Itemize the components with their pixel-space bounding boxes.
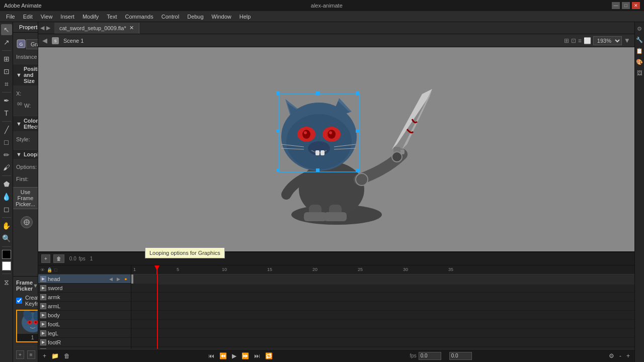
menu-text[interactable]: Text [103,13,121,21]
ri-btn-5[interactable]: 🖼 [635,68,644,77]
subselection-tool[interactable]: ↗ [1,37,12,48]
stroke-color-swatch[interactable] [2,250,11,259]
transform-btn[interactable]: ⊡ [571,37,576,44]
menu-file[interactable]: File [2,13,19,21]
tl-loop-btn[interactable]: 🔁 [264,351,274,360]
menu-window[interactable]: Window [208,13,235,21]
delete-layer-btn[interactable]: 🗑 [53,254,64,263]
layer-footL[interactable]: ▶ footL [38,320,131,329]
footR-layer-name: footR [48,339,129,345]
layer-body[interactable]: ▶ body [38,311,131,320]
use-frame-picker-button[interactable]: Use Frame Picker... [13,187,38,209]
minimize-button[interactable]: — [612,2,620,9]
layer-legL[interactable]: ▶ legL [38,329,131,338]
menu-edit[interactable]: Edit [19,13,37,21]
color-effect-section-header[interactable]: ▼ Color Effect [13,116,38,131]
head-layer-icon: ▶ [40,276,46,282]
menu-insert[interactable]: Insert [56,13,78,21]
tl-delete-btn[interactable]: 🗑 [62,351,71,360]
pen-tool[interactable]: ✒ [1,95,12,106]
fps-input[interactable] [419,352,441,360]
frame-picker-collapse[interactable]: ▼ [33,283,38,289]
frame-row-footL [131,320,634,329]
filter-icon[interactable] [21,216,33,228]
menu-bar: File Edit View Insert Modify Text Comman… [0,11,644,22]
svg-rect-58 [316,168,319,172]
head-layer-controls: ◀ ▶ ● [108,276,129,282]
head-play-back[interactable]: ◀ [108,276,114,282]
tab-next-btn[interactable]: ▶ [46,25,50,31]
tl-folder-btn[interactable]: 📁 [50,351,60,360]
new-layer-btn[interactable]: + [41,254,50,263]
eyedropper-tool[interactable]: 💧 [1,191,12,202]
menu-debug[interactable]: Debug [183,13,207,21]
close-tab-icon[interactable]: ✕ [129,25,134,31]
ri-btn-3[interactable]: 📋 [635,46,644,55]
selection-tool[interactable]: ↖ [1,24,12,35]
layer-sword[interactable]: ▶ sword [38,284,131,293]
zoom-select[interactable]: 193% 100% 50% 200% [593,36,622,45]
tl-step-back-btn[interactable]: ⏪ [218,351,228,360]
pencil-tool[interactable]: ✏ [1,149,12,160]
stage[interactable] [38,47,634,251]
transform-tool[interactable]: ⊡ [1,66,12,77]
maximize-button[interactable]: □ [622,2,630,9]
menu-view[interactable]: View [37,13,57,21]
align-btn[interactable]: ≡ [578,37,582,44]
brush-tool[interactable]: 🖌 [1,162,12,173]
looping-section-header[interactable]: ▼ Looping [13,149,38,159]
rect-tool[interactable]: □ [1,137,12,148]
lasso-tool[interactable]: ⌗ [1,78,12,89]
symbol-type-dropdown[interactable]: Graphic Movie Clip Button [26,39,38,49]
close-button[interactable]: ✕ [632,2,640,9]
layer-armk[interactable]: ▶ armk [38,293,131,302]
menu-help[interactable]: Help [235,13,255,21]
layer-footR[interactable]: ▶ footR [38,338,131,347]
color-btn[interactable]: ⬜ [584,37,591,44]
position-section-header[interactable]: ▼ Position and Size [13,64,38,85]
tl-play-btn[interactable]: ▶ [230,351,238,360]
tl-zoom-in-btn[interactable]: + [625,351,631,360]
free-transform-tool[interactable]: ⊞ [1,53,12,64]
tool-separator-2 [2,92,11,93]
layer-armL[interactable]: ▶ armL [38,302,131,311]
tl-new-layer-btn[interactable]: + [41,351,48,360]
ri-btn-1[interactable]: ⚙ [635,24,644,33]
properties-panel: Properties Library G Graphic Movie Clip … [13,22,38,362]
scene-back-btn[interactable]: ◀ [42,37,47,44]
layer-head[interactable]: ▶ head ◀ ▶ ● [38,275,131,284]
fp-add-layer-btn[interactable]: + [16,350,24,359]
head-dot[interactable]: ● [123,276,129,282]
paint-bucket-tool[interactable]: ⬟ [1,178,12,190]
menu-modify[interactable]: Modify [78,13,103,21]
ri-btn-2[interactable]: 🔧 [635,35,644,44]
menu-control[interactable]: Control [157,13,183,21]
asset-warp-tool[interactable]: ⧖ [1,277,12,288]
text-tool[interactable]: T [1,108,12,119]
ri-btn-4[interactable]: 🎨 [635,57,644,66]
zoom-menu-btn[interactable]: ▼ [624,37,630,44]
tl-settings-btn[interactable]: ⚙ [607,351,616,360]
frames-area[interactable]: 1 5 10 15 20 25 30 35 [131,265,634,349]
tl-zoom-out-btn[interactable]: - [618,351,623,360]
tab-prev-btn[interactable]: ◀ [40,25,44,31]
file-tab[interactable]: cat_sword_setup_0009.fla* ✕ [54,23,139,34]
fp-list-btn[interactable]: ≡ [27,350,35,359]
fp-frame-1[interactable]: 1 [16,310,38,342]
tl-step-fwd-btn[interactable]: ⏩ [240,351,251,360]
footL-layer-name: footL [48,321,129,327]
tl-goto-last-btn[interactable]: ⏭ [253,351,262,360]
tl-goto-first-btn[interactable]: ⏮ [207,351,216,360]
tool-separator-5 [2,217,11,218]
snap-btn[interactable]: ⊞ [564,37,569,44]
line-tool[interactable]: ╱ [1,124,12,135]
eraser-tool[interactable]: ◻ [1,204,12,215]
hand-tool[interactable]: ✋ [1,220,12,231]
fill-color-swatch[interactable] [2,261,11,270]
frame-input[interactable] [449,352,472,360]
create-keyframe-checkbox[interactable] [16,298,22,304]
zoom-tool[interactable]: 🔍 [1,233,12,244]
tab-properties[interactable]: Properties [13,22,38,32]
head-play-fwd[interactable]: ▶ [115,276,121,282]
menu-commands[interactable]: Commands [121,13,157,21]
